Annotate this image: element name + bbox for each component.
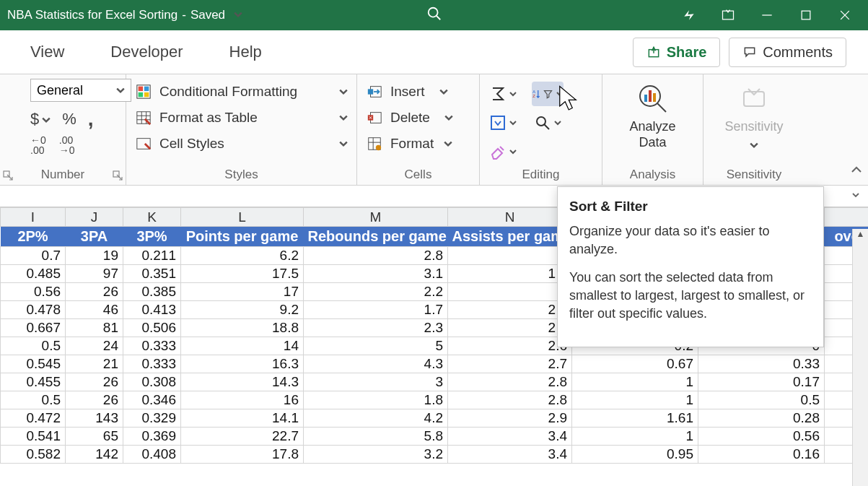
sensitivity-button[interactable]: Sensitivity (711, 79, 797, 152)
tab-developer[interactable]: Developer (102, 38, 191, 66)
mic-icon[interactable] (680, 6, 698, 24)
column-letter[interactable]: J (66, 208, 123, 227)
fill-button[interactable] (487, 110, 519, 135)
search-icon[interactable] (426, 6, 442, 25)
number-format-combo[interactable]: General (30, 79, 131, 102)
close-button[interactable] (836, 6, 854, 24)
cell[interactable]: 24 (66, 337, 123, 355)
autosum-button[interactable] (487, 82, 519, 106)
cell[interactable]: 0.478 (1, 301, 66, 319)
cell[interactable]: 0.211 (123, 247, 181, 265)
table-row[interactable]: 0.4721430.32914.14.22.91.610.28 (1, 409, 869, 428)
cell[interactable]: 14.1 (181, 409, 304, 428)
cell[interactable]: 0.17 (698, 373, 825, 391)
cell[interactable]: 0.16 (698, 446, 825, 464)
cell[interactable]: 0.541 (1, 428, 66, 446)
cell[interactable]: 0.333 (123, 337, 181, 355)
table-row[interactable]: 0.455260.30814.332.810.17 (1, 373, 869, 391)
cell[interactable]: 16.3 (181, 355, 304, 373)
ribbon-mode-icon[interactable] (719, 6, 737, 24)
cell[interactable]: 1.5 (448, 265, 572, 283)
cell[interactable]: 18.8 (181, 319, 304, 337)
cell[interactable]: 17.8 (181, 446, 304, 464)
cell[interactable]: 0.56 (698, 428, 825, 446)
scroll-up-arrow[interactable]: ▲ (853, 229, 868, 243)
cell[interactable]: 0.506 (123, 319, 181, 337)
cell[interactable]: 3.1 (304, 265, 448, 283)
cell[interactable]: 3 (304, 373, 448, 391)
column-letter[interactable] (825, 208, 869, 227)
table-row[interactable]: 0.545210.33316.34.32.70.670.33 (1, 355, 869, 373)
cell[interactable]: 81 (66, 319, 123, 337)
cell[interactable]: 2.2 (304, 283, 448, 301)
tab-view[interactable]: View (22, 38, 73, 66)
column-letter[interactable]: I (1, 208, 66, 227)
expand-formula-bar[interactable] (851, 190, 861, 203)
cell[interactable]: 26 (66, 283, 123, 301)
cell[interactable]: 0.28 (698, 409, 825, 428)
tab-help[interactable]: Help (221, 38, 271, 66)
cell-styles-button[interactable]: Cell Styles (133, 132, 349, 155)
cell[interactable]: 65 (66, 428, 123, 446)
cell[interactable]: 4.2 (304, 409, 448, 428)
cell[interactable]: 0.95 (572, 446, 698, 464)
decrease-decimal-icon[interactable]: .00→0 (59, 135, 75, 155)
cell[interactable]: 0.346 (123, 391, 181, 409)
cell[interactable]: 21 (66, 355, 123, 373)
cell[interactable]: 0.455 (1, 373, 66, 391)
maximize-button[interactable] (797, 6, 815, 24)
cell[interactable]: 2.8 (448, 373, 572, 391)
cell[interactable]: 1 (572, 373, 698, 391)
percent-icon[interactable]: % (62, 110, 76, 129)
cell[interactable]: 1.8 (304, 391, 448, 409)
cell[interactable]: 2.8 (448, 391, 572, 409)
cell[interactable]: 5.8 (304, 428, 448, 446)
column-letter[interactable]: K (123, 208, 181, 227)
table-row[interactable]: 0.541650.36922.75.83.410.56 (1, 428, 869, 446)
cell[interactable]: 0.329 (123, 409, 181, 428)
cell[interactable]: 0.5 (1, 337, 66, 355)
format-as-table-button[interactable]: Format as Table (133, 106, 349, 129)
cell[interactable]: 22.7 (181, 428, 304, 446)
cell[interactable]: 2.1 (448, 301, 572, 319)
cell[interactable]: 0.33 (698, 355, 825, 373)
minimize-button[interactable] (758, 6, 776, 24)
column-letter[interactable]: M (304, 208, 448, 227)
sort-filter-button[interactable]: AZ (532, 82, 564, 106)
delete-button[interactable]: Delete (364, 106, 472, 129)
cell[interactable]: 0.385 (123, 283, 181, 301)
cell[interactable]: 0.333 (123, 355, 181, 373)
cell[interactable]: 0.485 (1, 265, 66, 283)
cell[interactable]: 0.582 (1, 446, 66, 464)
table-row[interactable]: 0.5821420.40817.83.23.40.950.16 (1, 446, 869, 464)
cell[interactable]: 46 (66, 301, 123, 319)
column-letter[interactable]: L (181, 208, 304, 227)
cell[interactable]: 0.56 (1, 283, 66, 301)
cell[interactable]: 0.67 (572, 355, 698, 373)
vertical-scrollbar[interactable]: ▲ (852, 229, 868, 486)
cell[interactable]: 3.4 (448, 428, 572, 446)
share-button[interactable]: Share (633, 38, 721, 67)
table-row[interactable]: 0.5260.346161.82.810.5 (1, 391, 869, 409)
cell[interactable]: 97 (66, 265, 123, 283)
cell[interactable]: 0.351 (123, 265, 181, 283)
cell[interactable]: 2.8 (304, 247, 448, 265)
cell[interactable]: 2.3 (304, 319, 448, 337)
cell[interactable]: 14.3 (181, 373, 304, 391)
conditional-formatting-button[interactable]: Conditional Formatting (133, 80, 349, 103)
cell[interactable]: 1.61 (572, 409, 698, 428)
title-dropdown[interactable] (234, 8, 242, 22)
cell[interactable]: 9.2 (181, 301, 304, 319)
cell[interactable]: 2.3 (448, 319, 572, 337)
cell[interactable]: 19 (66, 247, 123, 265)
cell[interactable]: 0.369 (123, 428, 181, 446)
cell[interactable]: 143 (66, 409, 123, 428)
find-select-button[interactable] (532, 110, 564, 135)
analyze-data-button[interactable]: Analyze Data (610, 79, 696, 150)
column-letter[interactable]: N (448, 208, 572, 227)
cell[interactable]: 1 (572, 428, 698, 446)
cell[interactable]: 142 (66, 446, 123, 464)
cell[interactable]: 6.2 (181, 247, 304, 265)
insert-button[interactable]: Insert (364, 80, 472, 103)
cell[interactable]: 17 (181, 283, 304, 301)
